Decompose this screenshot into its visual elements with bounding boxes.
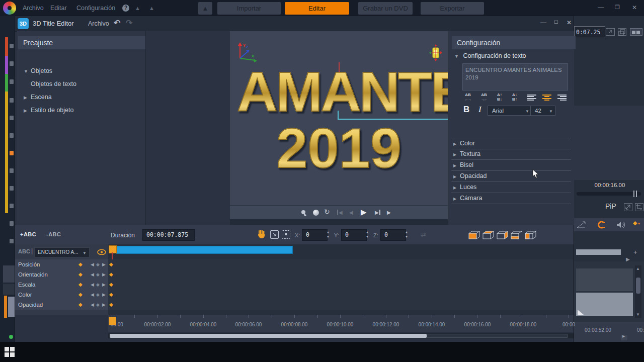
prev-keyframe-button[interactable]: ◀ [91, 300, 94, 310]
z-field[interactable]: 0 [380, 229, 406, 241]
track-lane[interactable]: ◆ [108, 300, 574, 310]
redo-icon[interactable]: ↷ [126, 18, 132, 28]
track-lane[interactable]: ◆ [108, 259, 574, 270]
chevron-right-icon[interactable]: ▶ [24, 104, 31, 117]
speaker-icon[interactable] [616, 221, 626, 229]
section-luces[interactable]: ▶Luces [451, 182, 571, 193]
track-lane[interactable]: ◆ [108, 290, 574, 300]
kerning-expand-icon[interactable]: AB←→ [465, 93, 471, 102]
magnet-icon[interactable] [596, 221, 606, 229]
select-region-icon[interactable] [282, 230, 290, 239]
ruler-playhead-marker[interactable] [109, 317, 116, 325]
x-stepper[interactable]: ▲▼ [326, 230, 331, 239]
tree-item-objetos[interactable]: ▼Objetos [17, 64, 145, 77]
view-bottom-icon[interactable] [510, 231, 522, 239]
keyframe-enabled-icon[interactable]: ◆ [78, 259, 83, 269]
title-text-3d-line2[interactable]: 2019 [276, 116, 401, 180]
font-family-select[interactable]: Arial ▼ [488, 106, 533, 116]
tree-item-escena[interactable]: ▶Escena [17, 90, 145, 104]
keyframe-marker[interactable]: ◆ [109, 290, 113, 300]
keyframe-enabled-icon[interactable]: ◆ [78, 280, 83, 290]
next-frame-icon[interactable]: ▶ [375, 210, 380, 215]
light-gizmo-icon[interactable] [429, 44, 442, 61]
arrow-icon[interactable]: ▲ [135, 5, 140, 11]
pan-hand-icon[interactable] [258, 230, 266, 239]
main-ruler[interactable]: 00:00:52.00 00: ▶ [574, 322, 644, 342]
tab-editar[interactable]: Editar [285, 2, 349, 15]
restore-icon[interactable]: ❐ [615, 4, 620, 11]
preview-viewport[interactable]: y x z ENCUENTRO AMANTES ANIMALES 2019 [230, 31, 448, 205]
tab-exportar[interactable]: Exportar [421, 2, 484, 15]
timeline-ruler[interactable]: :00.00 00:00:02.00 00:00:04.00 00:00:06.… [108, 315, 574, 332]
keyframe-marker[interactable]: ◆ [109, 269, 113, 280]
title-text-3d[interactable]: ENCUENTRO AMANTES ANIMALES [230, 59, 448, 124]
next-keyframe-button[interactable]: ▶ [102, 300, 106, 310]
section-color[interactable]: ▶Color [451, 138, 571, 149]
add-keyframe-button[interactable]: ◆ [96, 269, 100, 280]
light-toggle-icon[interactable] [300, 209, 307, 216]
keyframe-enabled-icon[interactable]: ◆ [78, 290, 83, 300]
snapshot-icon[interactable] [618, 28, 626, 36]
section-bisel[interactable]: ▶Bisel [451, 160, 571, 171]
resize-icon[interactable] [624, 203, 632, 211]
section-camara[interactable]: ▶Cámara [451, 193, 571, 204]
timeline-scrollbar[interactable] [108, 333, 574, 338]
reset-icon[interactable]: ⇄ [421, 231, 426, 238]
undo-icon[interactable]: ↶ [114, 18, 120, 28]
menu-archivo[interactable]: Archivo [23, 5, 44, 12]
fullscreen-icon[interactable] [606, 28, 615, 36]
next-keyframe-button[interactable]: ▶ [102, 259, 106, 269]
clip-block[interactable] [576, 293, 633, 316]
clip-block[interactable] [576, 268, 633, 291]
dual-view-icon[interactable] [630, 28, 642, 36]
track-bar[interactable] [576, 249, 621, 255]
keyframe-enabled-icon[interactable]: ◆ [78, 269, 83, 280]
view-back-icon[interactable] [482, 231, 494, 239]
tree-item-estilo-de-objeto[interactable]: ▶Estilo de objeto [17, 104, 145, 117]
collapse-tabs-button[interactable]: ▲ [198, 2, 212, 15]
ruler-play-icon[interactable]: ▶ [621, 335, 627, 340]
tab-grabar-dvd[interactable]: Grabar un DVD [358, 2, 413, 15]
section-opacidad[interactable]: ▶Opacidad [451, 171, 571, 182]
section-textura[interactable]: ▶Textura [451, 149, 571, 160]
window-titlebar[interactable]: 3D 3D Title Editor Archivo ↶ ↷ — □ ✕ [15, 16, 574, 32]
playhead-grabber[interactable] [109, 245, 117, 253]
clip-selector-dropdown[interactable]: ENCUENTRO A... ▼ [34, 247, 90, 257]
select-object-icon[interactable] [270, 230, 279, 239]
minimize-icon[interactable]: — [540, 19, 546, 26]
track-lane[interactable]: ◆ [108, 269, 574, 280]
view-right-icon[interactable] [496, 231, 508, 239]
italic-button[interactable]: I [478, 105, 481, 115]
keyframe-marker[interactable]: ◆ [109, 280, 113, 290]
track-lane[interactable]: ◆ [108, 280, 574, 290]
add-keyframe-button[interactable]: ◆ [96, 280, 100, 290]
next-keyframe-button[interactable]: ▶ [102, 290, 106, 300]
x-field[interactable]: 0 [302, 229, 328, 241]
minimize-icon[interactable]: — [598, 4, 604, 11]
keyframe-tool-icon[interactable]: ◆▼ [633, 220, 640, 226]
timecode-field[interactable]: 0:07.25 [574, 26, 605, 38]
line-spacing-contract-icon[interactable]: A↓B↑ [512, 93, 517, 102]
chevron-right-icon[interactable]: ▶ [24, 91, 31, 104]
remove-text-button[interactable]: -ABC [46, 231, 61, 237]
clip-duration-bar[interactable] [116, 246, 293, 254]
align-left-icon[interactable] [527, 94, 536, 102]
chevron-down-icon[interactable]: ▼ [24, 65, 31, 78]
view-left-icon[interactable] [524, 231, 536, 239]
close-icon[interactable]: ✕ [632, 4, 637, 11]
bold-button[interactable]: B [463, 105, 469, 115]
line-spacing-expand-icon[interactable]: A↑B↓ [497, 93, 502, 102]
prev-keyframe-button[interactable]: ◀ [91, 280, 94, 290]
keyframe-enabled-icon[interactable]: ◆ [78, 300, 83, 310]
scrubber-track[interactable] [577, 192, 641, 196]
visibility-eye-icon[interactable] [97, 249, 106, 255]
text-settings-group[interactable]: ▼ Configuración de texto [454, 52, 526, 59]
add-text-button[interactable]: +ABC [20, 231, 36, 237]
arrow-icon[interactable]: ▲ [149, 5, 154, 11]
kerning-contract-icon[interactable]: AB→← [481, 93, 487, 102]
duration-field[interactable]: 00:00:07.875 [142, 229, 195, 241]
y-stepper[interactable]: ▲▼ [365, 230, 370, 239]
next-keyframe-button[interactable]: ▶ [102, 280, 106, 290]
maximize-icon[interactable]: □ [554, 19, 558, 25]
prev-keyframe-button[interactable]: ◀ [91, 290, 94, 300]
